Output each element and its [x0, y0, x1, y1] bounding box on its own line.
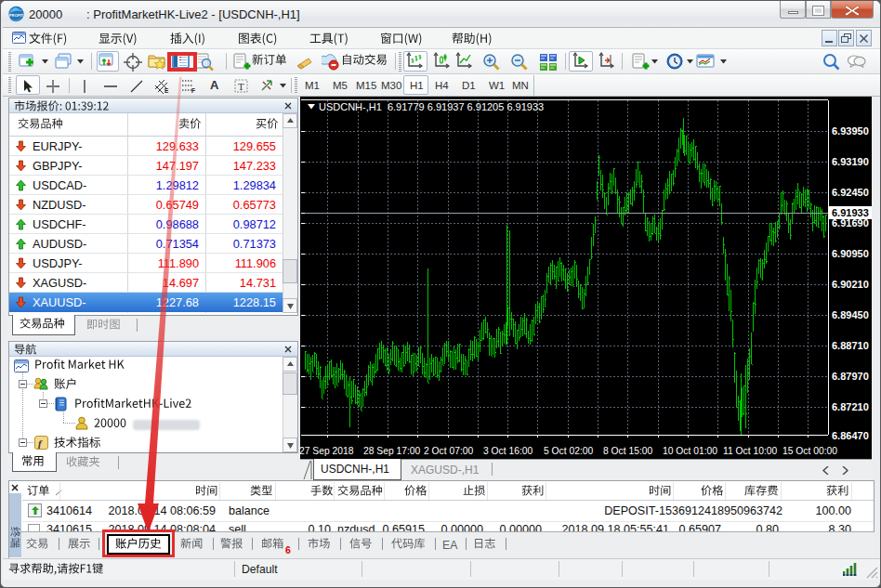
- svg-text:F: F: [191, 87, 195, 94]
- svg-text:E: E: [164, 87, 169, 94]
- svg-text:PROFIT: PROFIT: [9, 13, 24, 18]
- svg-text:T: T: [238, 81, 244, 92]
